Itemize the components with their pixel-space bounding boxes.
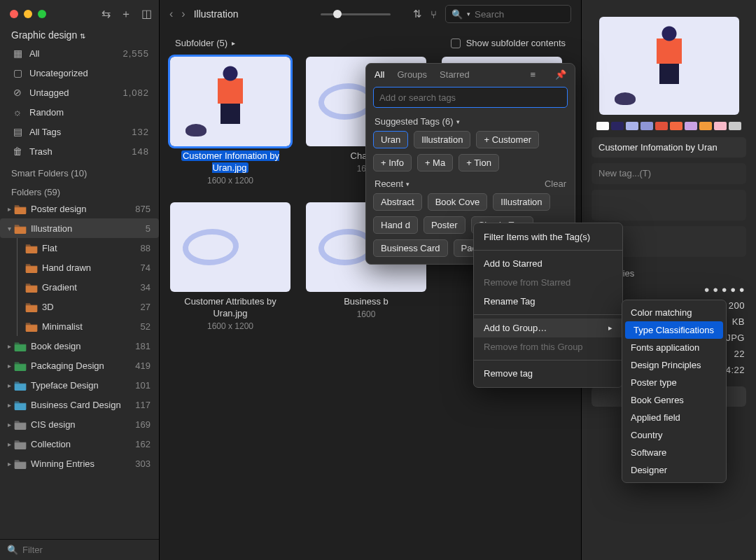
tag-recent[interactable]: Book Cove bbox=[428, 193, 488, 211]
tagx-icon: ⊘ bbox=[11, 87, 24, 98]
color-swatch[interactable] bbox=[685, 122, 697, 130]
box-icon: ▢ bbox=[11, 67, 24, 78]
bulb-icon: ☼ bbox=[11, 106, 24, 118]
show-subfolder-checkbox[interactable] bbox=[451, 38, 461, 48]
color-swatch[interactable] bbox=[699, 122, 712, 130]
tag-recent[interactable]: Illustration bbox=[493, 193, 550, 211]
folder-cis-design[interactable]: ▸ CIS design169 bbox=[0, 414, 159, 434]
trash-icon: 🗑 bbox=[11, 146, 24, 157]
menu-filter-items[interactable]: Filter Items with the Tag(s) bbox=[474, 227, 622, 246]
color-swatch[interactable] bbox=[626, 122, 638, 130]
sidebar-filter[interactable]: 🔍 bbox=[0, 539, 159, 560]
tag-suggested[interactable]: + Tion bbox=[458, 154, 499, 172]
menu-add-starred[interactable]: Add to Starred bbox=[474, 254, 622, 273]
tag-suggested[interactable]: + Info bbox=[373, 154, 412, 172]
sidebar-item-all[interactable]: ▦ All2,555 bbox=[0, 43, 159, 63]
close-window-button[interactable] bbox=[10, 10, 18, 18]
folder-gradient[interactable]: Gradient34 bbox=[0, 277, 159, 297]
tags-icon: ▤ bbox=[11, 126, 24, 137]
color-swatch[interactable] bbox=[714, 122, 727, 130]
preview-image bbox=[599, 17, 739, 115]
tag-recent[interactable]: Abstract bbox=[373, 193, 422, 211]
submenu-item[interactable]: Design Principles bbox=[622, 356, 726, 374]
folder-3d[interactable]: 3D27 bbox=[0, 297, 159, 316]
sidebar: ⇆ ＋ ◫ Graphic design ⇅ ▦ All2,555▢ Uncat… bbox=[0, 0, 160, 560]
chevron-updown-icon: ⇅ bbox=[80, 32, 85, 40]
folder-typeface-design[interactable]: ▸ Typeface Design101 bbox=[0, 375, 159, 395]
sidebar-item-untagged[interactable]: ⊘ Untagged1,082 bbox=[0, 83, 159, 102]
grid-icon: ▦ bbox=[11, 48, 24, 59]
menu-remove-tag[interactable]: Remove tag bbox=[474, 364, 622, 383]
submenu-item[interactable]: Book Genres bbox=[622, 391, 726, 409]
submenu-item[interactable]: Country bbox=[622, 426, 726, 444]
tag-tab-groups[interactable]: Groups bbox=[397, 69, 427, 80]
sidebar-item-uncategorized[interactable]: ▢ Uncategorized bbox=[0, 63, 159, 83]
sidebar-item-random[interactable]: ☼ Random bbox=[0, 102, 159, 122]
item-title[interactable]: Customer Infomation by Uran bbox=[592, 137, 746, 158]
color-swatch[interactable] bbox=[670, 122, 682, 130]
folder-winning-entries[interactable]: ▸ Winning Entries303 bbox=[0, 454, 159, 473]
sidebar-item-all-tags[interactable]: ▤ All Tags132 bbox=[0, 122, 159, 141]
color-swatch[interactable] bbox=[596, 122, 609, 130]
group-submenu: Color matchingType ClassificationsFonts … bbox=[622, 300, 727, 483]
folder-hand-drawn[interactable]: Hand drawn74 bbox=[0, 258, 159, 277]
color-swatch[interactable] bbox=[655, 122, 668, 130]
folder-business-card-design[interactable]: ▸ Business Card Design117 bbox=[0, 395, 159, 414]
tag-recent[interactable]: Poster bbox=[424, 216, 465, 234]
color-swatch[interactable] bbox=[611, 122, 624, 130]
submenu-item[interactable]: Designer bbox=[622, 461, 726, 479]
tag-recent[interactable]: Hand d bbox=[373, 216, 418, 234]
recent-tags-header[interactable]: Recent bbox=[374, 178, 403, 189]
menu-remove-from-group: Remove from this Group bbox=[474, 337, 622, 356]
tag-tab-starred[interactable]: Starred bbox=[440, 69, 470, 80]
folder-packaging-design[interactable]: ▸ Packaging Design419 bbox=[0, 356, 159, 375]
folder-collection[interactable]: ▸ Collection162 bbox=[0, 434, 159, 454]
color-swatch[interactable] bbox=[640, 122, 653, 130]
chevron-right-icon: ▸ bbox=[232, 39, 235, 47]
tag-tab-all[interactable]: All bbox=[374, 69, 384, 80]
tag-sort-icon[interactable]: ≡ bbox=[530, 69, 536, 80]
thumbnail[interactable]: Customer Attributes by Uran.jpg 1600 x 1… bbox=[167, 202, 294, 331]
tag-suggested[interactable]: Illustration bbox=[414, 131, 470, 148]
zoom-window-button[interactable] bbox=[38, 10, 46, 18]
folder-minimalist[interactable]: Minimalist52 bbox=[0, 316, 159, 336]
color-swatch[interactable] bbox=[729, 122, 741, 130]
menu-add-to-group[interactable]: Add to Group…▸ bbox=[474, 318, 622, 337]
submenu-item[interactable]: Type Classifications bbox=[625, 321, 723, 339]
tag-pin-icon[interactable]: 📌 bbox=[555, 69, 566, 80]
subfolder-toggle[interactable]: Subfolder (5) ▸ bbox=[175, 38, 235, 48]
folder-illustration[interactable]: ▾ Illustration5 bbox=[0, 218, 159, 238]
show-subfolder-label: Show subfolder contents bbox=[466, 38, 566, 48]
thumbnail[interactable]: Customer Infomation by Uran.jpg 1600 x 1… bbox=[167, 57, 294, 186]
menu-rename-tag[interactable]: Rename Tag bbox=[474, 292, 622, 311]
folder-book-design[interactable]: ▸ Book design181 bbox=[0, 336, 159, 356]
tag-suggested[interactable]: + Customer bbox=[476, 131, 539, 148]
tag-suggested[interactable]: Uran bbox=[373, 131, 408, 148]
color-swatches bbox=[587, 122, 750, 130]
submenu-item[interactable]: Software bbox=[622, 444, 726, 461]
rating-stars[interactable]: ● ● ● ● ● bbox=[704, 284, 745, 295]
url-field[interactable] bbox=[592, 190, 746, 220]
minimize-window-button[interactable] bbox=[24, 10, 32, 18]
smart-folders-header[interactable]: Smart Folders (10) bbox=[0, 161, 159, 180]
tag-recent[interactable]: Business Card bbox=[373, 239, 448, 257]
search-icon: 🔍 bbox=[7, 545, 18, 555]
submenu-item[interactable]: Applied field bbox=[622, 409, 726, 426]
new-tag-field[interactable]: New tag...(T) bbox=[592, 163, 746, 184]
submenu-item[interactable]: Color matching bbox=[622, 304, 726, 321]
sidebar-filter-input[interactable] bbox=[22, 545, 152, 555]
tag-search-input[interactable] bbox=[379, 92, 561, 103]
sidebar-item-trash[interactable]: 🗑 Trash148 bbox=[0, 141, 159, 161]
submenu-item[interactable]: Fonts application bbox=[622, 339, 726, 356]
tag-suggested[interactable]: + Ma bbox=[417, 154, 453, 172]
titlebar bbox=[0, 0, 756, 28]
folder-flat[interactable]: Flat88 bbox=[0, 238, 159, 258]
submenu-item[interactable]: Poster type bbox=[622, 374, 726, 391]
folder-poster-design[interactable]: ▸ Poster design875 bbox=[0, 199, 159, 218]
clear-recent-button[interactable]: Clear bbox=[545, 178, 566, 189]
suggested-tags-header[interactable]: Suggested Tags (6) bbox=[374, 116, 454, 127]
folders-header[interactable]: Folders (59) bbox=[0, 180, 159, 199]
tag-context-menu: Filter Items with the Tag(s) Add to Star… bbox=[473, 223, 623, 388]
menu-remove-starred: Remove from Starred bbox=[474, 273, 622, 292]
